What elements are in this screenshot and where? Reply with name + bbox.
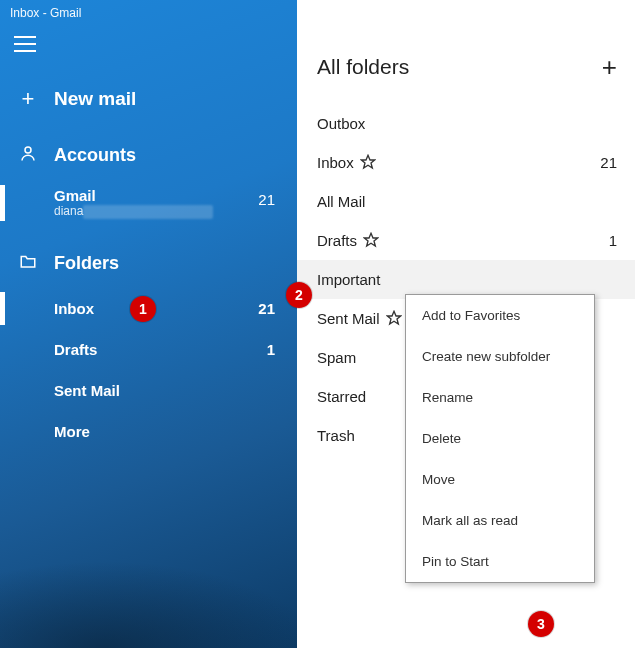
folder-label: Drafts [54, 341, 97, 358]
context-menu: Add to FavoritesCreate new subfolderRena… [405, 294, 595, 583]
folder-label: Drafts [317, 232, 357, 249]
folder-item-drafts[interactable]: Drafts1 [297, 221, 635, 260]
window-title: Inbox - Gmail [0, 0, 297, 30]
context-menu-add-to-favorites[interactable]: Add to Favorites [406, 295, 594, 336]
sidebar: Inbox - Gmail + New mail Accounts Gmail … [0, 0, 297, 648]
folder-label: More [54, 423, 90, 440]
folder-label: Starred [317, 388, 366, 405]
context-menu-delete[interactable]: Delete [406, 418, 594, 459]
folder-label: Sent Mail [317, 310, 380, 327]
account-item-gmail[interactable]: Gmail diana 21 [0, 181, 297, 225]
folder-item-all-mail[interactable]: All Mail [297, 182, 635, 221]
folder-label: Sent Mail [54, 382, 120, 399]
folder-label: Outbox [317, 115, 365, 132]
context-menu-pin-to-start[interactable]: Pin to Start [406, 541, 594, 582]
context-menu-rename[interactable]: Rename [406, 377, 594, 418]
svg-point-0 [25, 147, 31, 153]
person-icon [18, 144, 38, 167]
all-folders-title: All folders [317, 55, 409, 79]
annotation-marker-2: 2 [286, 282, 312, 308]
folder-count: 1 [267, 341, 275, 358]
folder-label: All Mail [317, 193, 365, 210]
context-menu-create-new-subfolder[interactable]: Create new subfolder [406, 336, 594, 377]
folder-icon [18, 253, 38, 274]
annotation-marker-3: 3 [528, 611, 554, 637]
folder-label: Trash [317, 427, 355, 444]
folders-header[interactable]: Folders [0, 243, 297, 282]
folder-item-outbox[interactable]: Outbox [297, 104, 635, 143]
folder-label: Inbox [317, 154, 354, 171]
svg-marker-3 [387, 311, 400, 324]
new-mail-button[interactable]: + New mail [0, 58, 297, 134]
hamburger-button[interactable] [0, 30, 297, 58]
accounts-header[interactable]: Accounts [0, 134, 297, 175]
star-icon[interactable] [386, 310, 402, 327]
folder-count: 21 [258, 300, 275, 317]
svg-marker-2 [364, 233, 377, 246]
account-email: diana [54, 204, 281, 219]
folder-item-inbox[interactable]: Inbox21 [297, 143, 635, 182]
sidebar-folder-sent-mail[interactable]: Sent Mail [0, 370, 297, 411]
plus-icon: + [18, 88, 38, 110]
add-folder-button[interactable]: + [602, 54, 617, 80]
hamburger-icon [14, 36, 36, 52]
sidebar-folder-more[interactable]: More [0, 411, 297, 452]
svg-marker-1 [361, 155, 374, 168]
folder-count: 21 [600, 154, 617, 171]
redacted-text [83, 205, 213, 219]
context-menu-move[interactable]: Move [406, 459, 594, 500]
folder-label: Important [317, 271, 380, 288]
annotation-marker-1: 1 [130, 296, 156, 322]
folders-label: Folders [54, 253, 119, 274]
accounts-label: Accounts [54, 145, 136, 166]
context-menu-mark-all-as-read[interactable]: Mark all as read [406, 500, 594, 541]
new-mail-label: New mail [54, 88, 136, 110]
folder-label: Spam [317, 349, 356, 366]
folder-count: 1 [609, 232, 617, 249]
star-icon[interactable] [363, 232, 379, 249]
account-unread-count: 21 [258, 191, 275, 208]
star-icon[interactable] [360, 154, 376, 171]
sidebar-folder-drafts[interactable]: Drafts1 [0, 329, 297, 370]
folder-label: Inbox [54, 300, 94, 317]
account-name: Gmail [54, 187, 281, 204]
